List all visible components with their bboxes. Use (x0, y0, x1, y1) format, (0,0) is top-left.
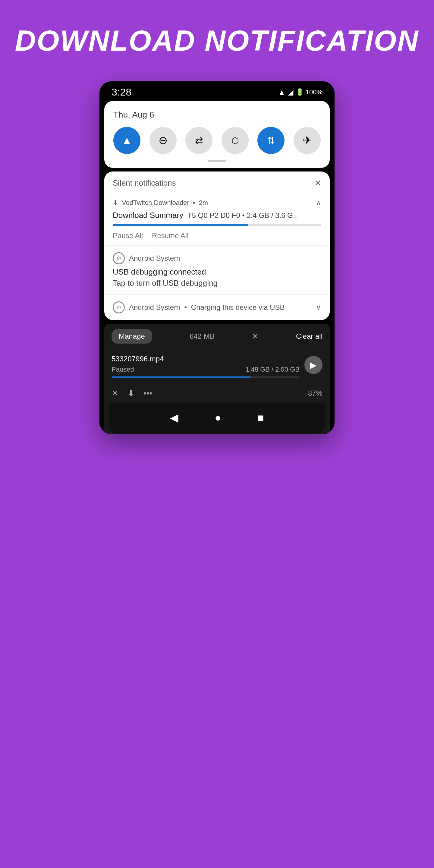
cell-signal-icon: ◢ (288, 88, 293, 96)
app-toolbar: Manage 642 MB ✕ Clear all (104, 324, 330, 349)
download-progress-fill (113, 224, 248, 226)
notif-time: 2m (199, 199, 208, 207)
battery-saver-icon: ⬡ (231, 135, 239, 146)
sync-icon: ⇄ (195, 135, 203, 146)
usb-debug-header: ⊘ Android System (113, 252, 321, 264)
download-size: 1.48 GB / 2.00 GB (245, 366, 300, 373)
qs-data-btn[interactable]: ⇅ (257, 127, 284, 154)
status-bar: 3:28 ▲ ◢ 🔋 100% (99, 82, 335, 101)
manage-btn[interactable]: Manage (112, 329, 152, 344)
phone-frame: 3:28 ▲ ◢ 🔋 100% Thu, Aug 6 ▲ ⊖ (99, 82, 335, 434)
wifi-icon: ▲ (121, 134, 132, 147)
more-options-icon[interactable]: ••• (144, 389, 152, 398)
charging-notification[interactable]: ⊘ Android System • Charging this device … (104, 295, 330, 320)
qs-header: Thu, Aug 6 (113, 110, 321, 120)
file-progress-container (112, 376, 300, 378)
data-icon: ⇅ (267, 135, 275, 146)
notif-expand-icon[interactable]: ∧ (316, 198, 321, 207)
qs-airplane-btn[interactable]: ✈ (293, 127, 321, 154)
pause-all-btn[interactable]: Pause All (113, 231, 143, 240)
android-system-charging-icon: ⊘ (113, 301, 125, 313)
download-arrow-icon: ⬇ (113, 199, 118, 207)
signal-icons: ▲ ◢ 🔋 100% (278, 88, 322, 96)
qs-battery-saver-btn[interactable]: ⬡ (221, 127, 249, 154)
toolbar-close-icon[interactable]: ✕ (252, 332, 258, 341)
download-filename: 533207996.mp4 (112, 355, 300, 363)
silent-close-btn[interactable]: ✕ (314, 178, 321, 188)
charging-left: ⊘ Android System • Charging this device … (113, 301, 285, 313)
battery-status: 🔋 100% (296, 88, 322, 96)
size-label: 642 MB (190, 332, 215, 341)
airplane-icon: ✈ (303, 134, 312, 147)
nav-bar: ◀ ● ■ (109, 403, 325, 434)
download-file-item: 533207996.mp4 Paused 1.48 GB / 2.00 GB ▶ (104, 349, 330, 383)
charging-app-name: Android System (129, 303, 180, 312)
silent-notif-header: Silent notifications ✕ (104, 172, 330, 193)
qs-icons-row: ▲ ⊖ ⇄ ⬡ ⇅ ✈ (113, 127, 321, 154)
qs-wifi-btn[interactable]: ▲ (113, 127, 141, 154)
file-progress-fill (112, 376, 251, 378)
download-progress-container (113, 224, 321, 226)
notif-content-row: Download Summary T5 Q0 P2 D0 F0 • 2.4 GB… (113, 211, 321, 220)
android-system-icon: ⊘ (113, 252, 125, 264)
silent-label: Silent notifications (113, 179, 176, 188)
play-btn[interactable]: ▶ (304, 356, 322, 374)
app-bottom-icons: ✕ ⬇ ••• 87% (104, 383, 330, 403)
charging-subtitle: Charging this device via USB (191, 303, 285, 312)
android-system-label: Android System (129, 254, 180, 262)
qs-sync-btn[interactable]: ⇄ (185, 127, 213, 154)
usb-debug-notification: ⊘ Android System USB debugging connected… (104, 246, 330, 295)
download-summary-title: Download Summary (113, 211, 183, 220)
dnd-icon: ⊖ (158, 134, 167, 147)
notif-actions: Pause All Resume All (113, 231, 321, 240)
quick-settings-panel: Thu, Aug 6 ▲ ⊖ ⇄ ⬡ ⇅ ✈ (104, 101, 330, 168)
battery-percent: 100% (306, 88, 322, 96)
recents-btn[interactable]: ■ (257, 411, 264, 424)
home-btn[interactable]: ● (215, 411, 221, 424)
charging-dot: • (184, 303, 187, 312)
cancel-icon[interactable]: ✕ (112, 388, 119, 398)
notif-app-row: ⬇ VodTwitch Downloader • 2m ∧ (113, 198, 321, 207)
wifi-signal-icon: ▲ (278, 88, 285, 96)
notif-app-info: ⬇ VodTwitch Downloader • 2m (113, 199, 208, 207)
notif-app-name: VodTwitch Downloader (122, 199, 189, 207)
page-container: DOWNLOAD NOTIFICATION 3:28 ▲ ◢ 🔋 100% Th… (0, 24, 434, 434)
page-title: DOWNLOAD NOTIFICATION (15, 24, 419, 57)
resume-all-btn[interactable]: Resume All (152, 231, 188, 240)
download-notification: ⬇ VodTwitch Downloader • 2m ∧ Download S… (104, 193, 330, 246)
charging-expand-icon[interactable]: ∨ (316, 303, 321, 312)
percent-label: 87% (308, 389, 322, 398)
status-time: 3:28 (112, 86, 131, 98)
usb-debug-title: USB debugging connected (113, 267, 321, 277)
download-icon[interactable]: ⬇ (127, 388, 134, 398)
download-detail: T5 Q0 P2 D0 F0 • 2.4 GB / 3.6 G.. (187, 211, 297, 220)
clear-all-btn[interactable]: Clear all (296, 332, 322, 341)
notif-dot: • (193, 199, 195, 207)
qs-date: Thu, Aug 6 (113, 110, 154, 120)
download-status: Paused (112, 366, 134, 373)
app-area: Manage 642 MB ✕ Clear all 533207996.mp4 … (104, 324, 330, 434)
qs-drag-handle (208, 160, 226, 162)
usb-debug-body: Tap to turn off USB debugging (113, 278, 321, 288)
back-btn[interactable]: ◀ (170, 411, 179, 424)
qs-dnd-btn[interactable]: ⊖ (150, 127, 177, 154)
notifications-area: Silent notifications ✕ ⬇ VodTwitch Downl… (104, 172, 330, 320)
download-item-row: Paused 1.48 GB / 2.00 GB (112, 366, 300, 373)
battery-icon: 🔋 (296, 88, 304, 96)
